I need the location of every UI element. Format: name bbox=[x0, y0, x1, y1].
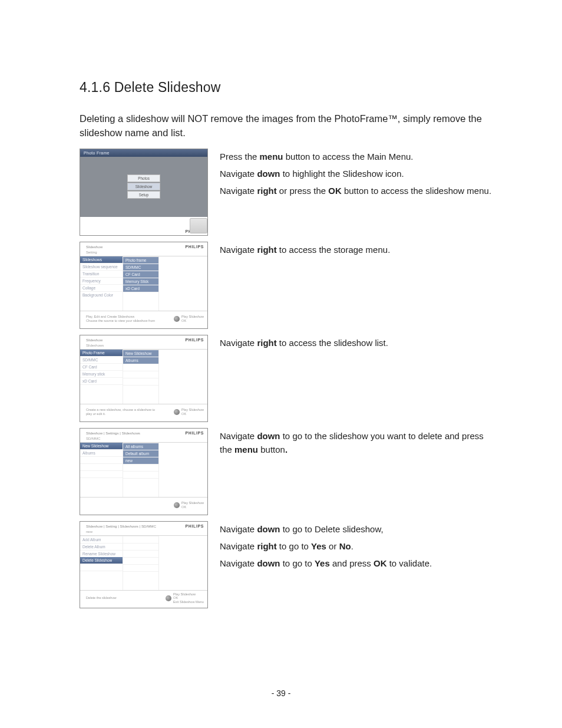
brand-logo: PHILIPS bbox=[186, 431, 204, 435]
list-item: Collage bbox=[80, 284, 123, 291]
instruction-line: Press the menu button to access the Main… bbox=[220, 150, 492, 163]
instruction-line: Navigate down to go to Yes and press OK … bbox=[220, 556, 492, 570]
list-item: . bbox=[123, 564, 158, 571]
joystick-icon bbox=[174, 502, 180, 508]
step-1: Photo Frame Photos Slideshow Setup PHILI… bbox=[80, 149, 492, 236]
screenshot-sources: SlideshowPHILIPS Slideshows Photo Frame … bbox=[80, 335, 208, 422]
list-item: xD Card bbox=[80, 377, 123, 384]
list-item: . bbox=[123, 557, 158, 564]
step-3: SlideshowPHILIPS Slideshows Photo Frame … bbox=[80, 335, 492, 422]
list-item: New Slideshow bbox=[80, 443, 123, 449]
list-item: Transition bbox=[80, 270, 123, 277]
breadcrumb: Slideshow | Setting | Slideshows | SD/MM… bbox=[86, 524, 156, 528]
list-item: new bbox=[123, 457, 158, 464]
joystick-icon bbox=[174, 409, 180, 415]
hint-text: Play Slideshow OK bbox=[181, 408, 204, 416]
hint-text: Create a new slideshow, choose a slidesh… bbox=[86, 408, 157, 416]
sub-heading: Slideshows bbox=[80, 343, 207, 350]
list-item: Photo Frame bbox=[80, 350, 123, 356]
list-item: . bbox=[123, 478, 158, 485]
list-item: Add Album bbox=[80, 536, 123, 543]
list-item: . bbox=[123, 371, 158, 378]
list-item: Default album bbox=[123, 450, 158, 457]
list-item: . bbox=[123, 364, 158, 371]
list-item: . bbox=[80, 456, 123, 463]
screenshot-albums: Slideshow | Settings | SlideshowsPHILIPS… bbox=[80, 428, 208, 515]
list-item: . bbox=[80, 477, 123, 485]
list-item: Delete Slideshow bbox=[80, 557, 123, 564]
list-item: . bbox=[123, 471, 158, 478]
step-5: Slideshow | Setting | Slideshows | SD/MM… bbox=[80, 521, 492, 608]
list-item: Frequency bbox=[80, 277, 123, 284]
breadcrumb: Slideshow | Settings | Slideshows bbox=[86, 431, 140, 435]
sub-heading: new bbox=[80, 529, 207, 536]
preview-icon bbox=[190, 218, 207, 233]
list-item: CF Card bbox=[80, 363, 123, 370]
menu-item-selected: Slideshow bbox=[127, 183, 160, 190]
screenshot-main-menu: Photo Frame Photos Slideshow Setup PHILI… bbox=[80, 149, 208, 236]
brand-logo: PHILIPS bbox=[186, 524, 204, 528]
joystick-icon bbox=[166, 595, 171, 601]
screenshot-settings: SlideshowPHILIPS Setting Slideshows Slid… bbox=[80, 242, 208, 329]
intro-paragraph: Deleting a slideshow will NOT remove the… bbox=[80, 112, 492, 140]
menu-item: Photos bbox=[127, 174, 160, 182]
list-item: . bbox=[123, 571, 158, 578]
instruction-line: Navigate right to access the slideshow l… bbox=[220, 336, 492, 350]
instruction-line: Navigate right or press the OK button to… bbox=[220, 184, 492, 197]
list-item: . bbox=[80, 571, 123, 578]
hint-text: Play, Edit and Create Slideshows Choose … bbox=[86, 315, 155, 322]
list-item: . bbox=[123, 550, 158, 557]
sub-heading: Setting bbox=[80, 250, 207, 256]
screenshot-delete: Slideshow | Setting | Slideshows | SD/MM… bbox=[80, 521, 208, 608]
list-item: xD Card bbox=[123, 285, 158, 292]
list-item: Rename Slideshow bbox=[80, 550, 123, 557]
list-item: . bbox=[123, 536, 158, 543]
brand-logo: PHILIPS bbox=[186, 245, 204, 249]
hint-text: Play Slideshow OK Exit Slideshow Menu bbox=[173, 592, 204, 604]
breadcrumb: Slideshow bbox=[86, 338, 103, 342]
hint-text: Delete the slideshow bbox=[86, 596, 117, 600]
list-item: Memory Stick bbox=[123, 278, 158, 285]
sub-heading: SD/MMC bbox=[80, 436, 207, 443]
list-item: . bbox=[80, 470, 123, 477]
joystick-icon bbox=[174, 316, 180, 322]
list-item: . bbox=[123, 543, 158, 550]
list-item: Photo frame bbox=[123, 256, 158, 263]
list-item: SD/MMC bbox=[123, 263, 158, 271]
list-item: CF Card bbox=[123, 271, 158, 278]
menu-item: Setup bbox=[127, 191, 160, 199]
page-number: - 39 - bbox=[0, 689, 562, 698]
list-item: Albums bbox=[80, 449, 123, 456]
list-item: Delete Album bbox=[80, 543, 123, 550]
hint-text: Play Slideshow OK bbox=[181, 501, 204, 509]
list-item: Slideshow sequence bbox=[80, 263, 123, 270]
instruction-line: Navigate down to go to Delete slideshow, bbox=[220, 522, 492, 536]
breadcrumb: Slideshow bbox=[86, 245, 103, 249]
instruction-line: Navigate right to go to Yes or No. bbox=[220, 539, 492, 553]
list-item: Memory stick bbox=[80, 370, 123, 377]
instruction-line: Navigate down to highlight the Slideshow… bbox=[220, 167, 492, 180]
list-item: . bbox=[123, 385, 158, 392]
instruction-line: Navigate right to access the storage men… bbox=[220, 243, 492, 256]
list-item: . bbox=[80, 564, 123, 571]
list-item: . bbox=[80, 463, 123, 470]
list-item: . bbox=[123, 378, 158, 385]
list-item: All albums bbox=[123, 443, 158, 450]
list-item: Background Color bbox=[80, 291, 123, 298]
list-item: . bbox=[123, 464, 158, 471]
screenshot-title: Photo Frame bbox=[80, 149, 207, 157]
step-2: SlideshowPHILIPS Setting Slideshows Slid… bbox=[80, 242, 492, 329]
list-item: SD/MMC bbox=[80, 356, 123, 363]
list-item: Slideshows bbox=[80, 256, 123, 263]
step-4: Slideshow | Settings | SlideshowsPHILIPS… bbox=[80, 428, 492, 515]
list-item: New Slideshow bbox=[123, 350, 158, 357]
brand-logo: PHILIPS bbox=[186, 338, 204, 342]
instruction-line: Navigate down to go to the slideshow you… bbox=[220, 429, 492, 457]
hint-text: Play Slideshow OK bbox=[181, 315, 204, 322]
list-item: Albums bbox=[123, 357, 158, 364]
section-heading: 4.1.6 Delete Slideshow bbox=[80, 80, 492, 95]
list-item: . bbox=[80, 384, 123, 391]
list-item: . bbox=[123, 292, 158, 299]
